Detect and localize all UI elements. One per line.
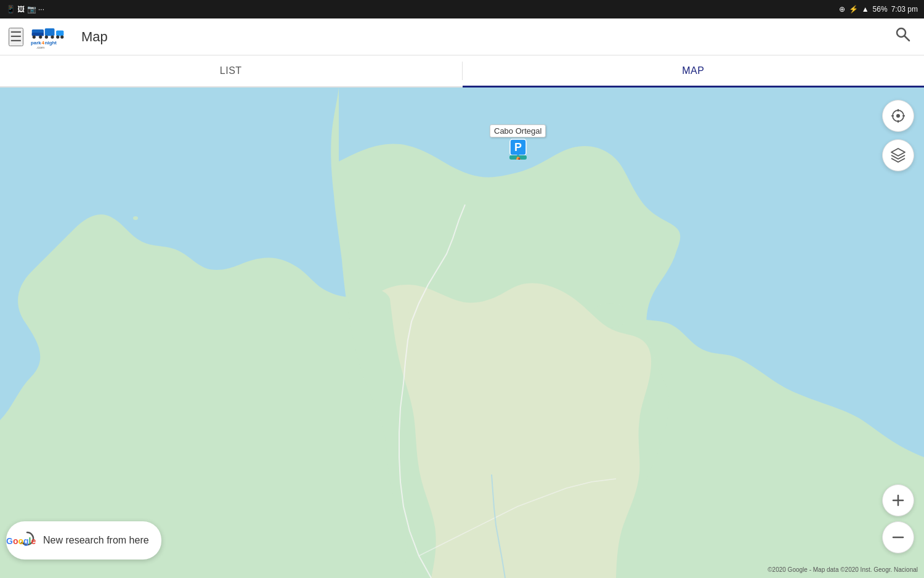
- svg-text:⛺: ⛺: [515, 155, 521, 160]
- svg-point-18: [133, 216, 138, 220]
- svg-text:P: P: [514, 141, 522, 153]
- tab-list[interactable]: LIST: [0, 55, 462, 86]
- map-background: [0, 88, 924, 578]
- status-bar-right: ⊕ ⚡ ▲ 56% 7:03 pm: [839, 5, 918, 14]
- status-bar-apps: 📱 🖼 📷 ···: [6, 5, 44, 14]
- svg-point-19: [145, 267, 151, 272]
- svg-marker-30: [891, 149, 905, 156]
- status-bar-left: 📱 🖼 📷 ···: [6, 5, 44, 14]
- battery-level: 56%: [873, 5, 888, 14]
- layers-icon: [890, 147, 907, 164]
- svg-point-2: [33, 35, 36, 38]
- locate-button[interactable]: [882, 100, 914, 132]
- menu-button[interactable]: ☰: [9, 28, 23, 46]
- location-icon: ⊕: [839, 5, 845, 14]
- google-logo: Google: [6, 536, 36, 546]
- google-watermark: Google: [6, 536, 36, 546]
- svg-point-3: [39, 35, 42, 38]
- svg-rect-4: [45, 28, 55, 36]
- app-title: Map: [81, 29, 108, 45]
- svg-point-8: [56, 35, 59, 38]
- app-bar-left: ☰ park 4 night .com Map: [9, 25, 108, 49]
- wifi-icon: ▲: [862, 5, 869, 14]
- svg-text:.com: .com: [36, 45, 44, 49]
- svg-text:night: night: [45, 40, 57, 46]
- svg-point-5: [45, 35, 48, 38]
- svg-point-25: [896, 114, 900, 118]
- tab-map[interactable]: MAP: [463, 55, 925, 86]
- map-marker[interactable]: Cabo Ortegal P ⛺: [490, 124, 546, 160]
- layers-button[interactable]: [882, 139, 914, 171]
- locate-icon: [890, 108, 906, 124]
- new-research-label: New research from here: [43, 535, 149, 546]
- zoom-in-button[interactable]: [882, 484, 914, 516]
- park4night-logo: park 4 night .com: [31, 25, 74, 49]
- svg-point-9: [60, 35, 63, 38]
- app-bar: ☰ park 4 night .com Map: [0, 18, 924, 55]
- map-controls-bottom: [882, 484, 914, 553]
- map-controls-top: [882, 100, 914, 171]
- map-container[interactable]: Cabo Ortegal P ⛺: [0, 88, 924, 578]
- svg-line-15: [905, 36, 910, 41]
- search-button[interactable]: [891, 22, 915, 51]
- time-display: 7:03 pm: [891, 5, 918, 14]
- logo: park 4 night .com: [31, 25, 74, 49]
- zoom-out-button[interactable]: [882, 521, 914, 553]
- map-attribution: ©2020 Google - Map data ©2020 Inst. Geog…: [768, 566, 918, 573]
- status-bar: 📱 🖼 📷 ··· ⊕ ⚡ ▲ 56% 7:03 pm: [0, 0, 924, 18]
- bluetooth-icon: ⚡: [849, 5, 858, 14]
- svg-point-6: [51, 35, 54, 38]
- search-icon: [894, 26, 912, 43]
- marker-label: Cabo Ortegal: [490, 124, 546, 137]
- zoom-out-icon: [891, 530, 906, 545]
- zoom-in-icon: [891, 493, 906, 508]
- tab-bar: LIST MAP: [0, 55, 924, 88]
- svg-rect-7: [56, 30, 63, 36]
- parking-marker-pin: P ⛺: [509, 139, 527, 160]
